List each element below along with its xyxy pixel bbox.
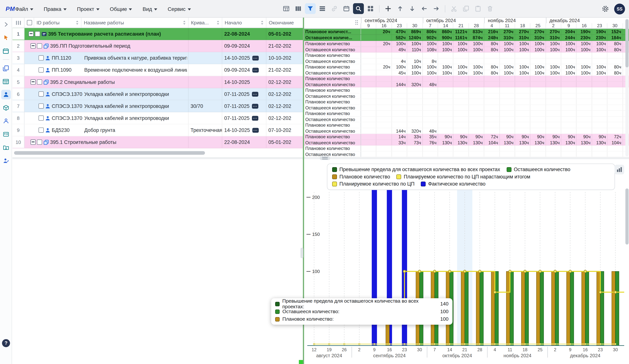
sidebar-item-calendar[interactable] xyxy=(1,46,10,56)
task-checkbox[interactable] xyxy=(37,43,42,49)
histogram-row[interactable]: Плановое количество xyxy=(304,122,629,128)
sidebar-item-folder-person[interactable] xyxy=(1,143,10,152)
table-row[interactable]: 8СПЭСЭ.1370Укладка кабелей и электропров… xyxy=(12,112,303,124)
help-button[interactable]: ? xyxy=(2,339,10,347)
sidebar-item-pointer[interactable] xyxy=(1,33,10,42)
toolbar-filter-button[interactable] xyxy=(305,3,316,14)
menu-item[interactable]: Файл xyxy=(15,6,33,12)
toolbar-arrow-right-button[interactable] xyxy=(431,3,442,14)
toolbar-table-button[interactable] xyxy=(281,3,292,14)
histogram-row[interactable]: Оставшееся количество4ч10ч8ч xyxy=(304,58,629,64)
toolbar-paste-button[interactable] xyxy=(472,3,483,14)
menu-item[interactable]: Правка xyxy=(44,6,67,12)
histogram-row[interactable]: Плановое количество20ч100ч100ч100ч100ч10… xyxy=(304,64,629,70)
histogram-row[interactable]: Плановое количество xyxy=(304,76,629,82)
table-row[interactable]: 4ПП.1090Временное подключение к воздушно… xyxy=(12,64,303,76)
splitter-corner[interactable] xyxy=(299,360,303,364)
task-checkbox[interactable] xyxy=(37,79,42,85)
column-header-id[interactable]: ID работы xyxy=(34,18,81,28)
legend-item[interactable]: Плановое количество xyxy=(332,174,390,180)
task-checkbox[interactable] xyxy=(38,103,44,109)
histogram-vertical-scrollbar[interactable] xyxy=(626,18,629,156)
sidebar-item-chevron-right[interactable] xyxy=(1,20,10,29)
date-options-button[interactable]: ... xyxy=(252,104,258,109)
histogram-row[interactable]: Плановое количество xyxy=(304,53,629,58)
histogram-row[interactable]: Плановое количество xyxy=(304,99,629,105)
table-row[interactable]: 9БД5230Добор грунтаТрехточечная14-10-202… xyxy=(12,124,303,136)
column-settings-icon[interactable] xyxy=(12,18,24,28)
task-checkbox[interactable] xyxy=(38,67,44,73)
histogram-row[interactable]: Плановое количество xyxy=(304,87,629,93)
menu-item[interactable]: Проект xyxy=(77,6,99,12)
scrollbar-thumb[interactable] xyxy=(626,19,629,67)
date-options-button[interactable]: ... xyxy=(252,68,259,72)
sidebar-item-person[interactable] xyxy=(1,90,10,100)
toolbar-plus-button[interactable] xyxy=(383,3,394,14)
collapse-toggle[interactable] xyxy=(28,31,34,37)
histogram-row[interactable]: Оставшееся количество49ч110ч108ч100ч100ч… xyxy=(304,47,629,53)
task-checkbox[interactable] xyxy=(38,127,44,133)
histogram-row[interactable]: Оставшееся количество xyxy=(304,105,629,111)
sort-icon[interactable] xyxy=(76,20,79,25)
scrollbar-thumb[interactable] xyxy=(14,151,205,155)
histogram-row[interactable]: Плановое количество14ч33ч35ч90ч90ч90ч72ч… xyxy=(304,134,629,140)
toolbar-columns-button[interactable] xyxy=(293,3,304,14)
legend-item[interactable]: Оставшееся количество xyxy=(507,167,570,172)
sort-icon[interactable] xyxy=(261,20,264,25)
toolbar-calendar-button[interactable] xyxy=(341,3,352,14)
toolbar-search-button[interactable] xyxy=(353,3,364,14)
toolbar-link-button[interactable] xyxy=(329,3,340,14)
sort-icon[interactable] xyxy=(183,20,186,25)
table-row[interactable]: 5395.2 Специальные работы14-10-202502-12… xyxy=(12,76,303,88)
column-header-name[interactable]: Название работы xyxy=(81,18,188,28)
table-row[interactable]: 7СПЭСЭ.1370Укладка кабелей и электропров… xyxy=(12,100,303,112)
date-options-button[interactable]: ... xyxy=(252,92,258,97)
legend-item[interactable]: Планируемое количество по ЦП xyxy=(332,181,415,187)
toolbar-cut-button[interactable] xyxy=(449,3,460,14)
sidebar-item-copy[interactable] xyxy=(1,63,10,73)
menu-item[interactable]: Сервис xyxy=(168,6,191,12)
toolbar-arrow-down-button[interactable] xyxy=(407,3,418,14)
select-all-checkbox[interactable] xyxy=(24,18,34,28)
toolbar-copy-button[interactable] xyxy=(461,3,472,14)
column-header-finish[interactable]: Окончание xyxy=(266,18,303,28)
histogram-row[interactable]: Оставшееся количество144ч320ч48ч xyxy=(304,82,629,87)
histogram-summary-row[interactable]: Плановое количест...20ч470ч869ч806ч860ч1… xyxy=(304,29,629,35)
toolbar-rows-button[interactable] xyxy=(317,3,328,14)
collapse-toggle[interactable] xyxy=(30,79,36,85)
settings-gear-icon[interactable] xyxy=(602,5,609,12)
table-row[interactable]: 10395.1 Строительные работы22-08-202405-… xyxy=(12,136,303,148)
column-header-curve[interactable]: Крива... xyxy=(188,18,222,28)
table-horizontal-scrollbar[interactable] xyxy=(13,151,301,155)
legend-item[interactable]: Превышение предела для оставшегося колич… xyxy=(332,167,500,172)
menu-item[interactable]: Вид xyxy=(143,6,157,12)
histogram-summary-row[interactable]: Оставшееся количе...582ч1240ч902ч900ч116… xyxy=(304,35,629,41)
collapse-toggle[interactable] xyxy=(30,140,36,145)
table-row[interactable]: 2395.ПП Подготовительный период09-09-202… xyxy=(12,40,303,52)
splitter-handle[interactable] xyxy=(320,156,330,160)
sidebar-item-person-outline[interactable] xyxy=(1,116,10,126)
histogram-row[interactable]: Оставшееся количество xyxy=(304,151,629,157)
table-row[interactable]: 1395 Тестирование расчета расписания (пл… xyxy=(12,28,303,40)
histogram-row[interactable]: Оставшееся количество xyxy=(304,93,629,99)
legend-item[interactable]: Планируемое количество по ЦП нарастающим… xyxy=(397,174,530,180)
horizontal-splitter[interactable] xyxy=(12,157,629,159)
splitter-handle[interactable] xyxy=(301,248,303,258)
histogram-row[interactable]: Оставшееся количество33ч73ч76ч130ч130ч13… xyxy=(304,140,629,146)
sort-icon[interactable] xyxy=(217,20,219,25)
legend-item[interactable]: Фактическое количество xyxy=(421,181,485,187)
user-avatar[interactable]: SS xyxy=(614,3,625,14)
sidebar-item-cube[interactable] xyxy=(1,103,10,113)
date-options-button[interactable]: ... xyxy=(252,56,259,60)
task-checkbox[interactable] xyxy=(35,31,40,37)
task-checkbox[interactable] xyxy=(38,91,44,97)
sidebar-item-person-edit[interactable] xyxy=(1,156,10,165)
histogram-row[interactable]: Плановое количество xyxy=(304,111,629,117)
toolbar-cards-button[interactable] xyxy=(365,3,376,14)
histogram-row[interactable]: Плановое количество20ч100ч100ч100ч100ч10… xyxy=(304,41,629,47)
chart-type-button[interactable] xyxy=(615,165,624,174)
menu-item[interactable]: Общие xyxy=(110,6,132,12)
histogram-row[interactable]: Плановое количество xyxy=(304,146,629,151)
table-row[interactable]: 6СПЭСЭ.1370Укладка кабелей и электропров… xyxy=(12,88,303,100)
collapse-toggle[interactable] xyxy=(30,43,36,49)
